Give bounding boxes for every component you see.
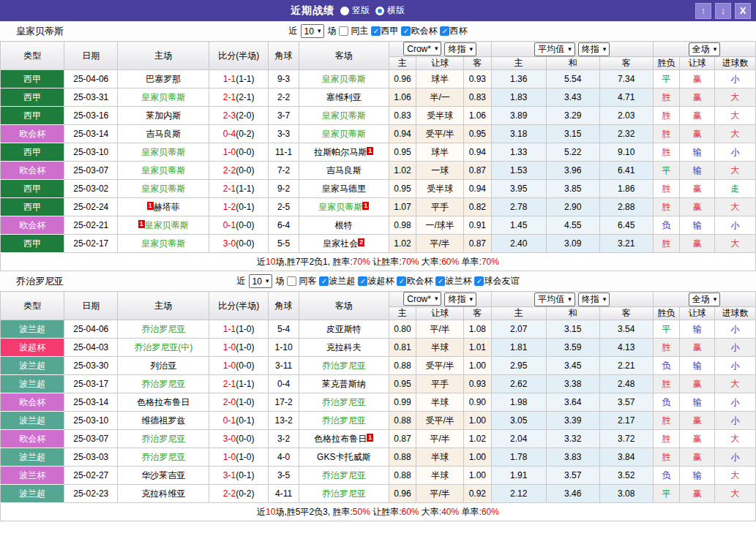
- odds-company-select[interactable]: Crow*▾: [403, 292, 441, 306]
- average-source-select[interactable]: 平均值▾: [534, 292, 575, 306]
- full-time-score: 3-0: [223, 434, 236, 444]
- section-controls: 皇家贝蒂斯 近 10▾ 场 同主✓西甲✓欧会杯✓西杯: [0, 21, 756, 41]
- odds-selectors: Crow*▾终指▾: [389, 42, 491, 57]
- result-cell: 负: [653, 357, 680, 375]
- half-time-score: (0-1): [236, 415, 254, 426]
- filter-checkbox-league-2[interactable]: ✓西杯: [440, 25, 467, 37]
- average-odds-cell: 3.08: [599, 485, 653, 503]
- chevron-down-icon: ▾: [266, 278, 269, 284]
- average-selectors: 平均值▾终指▾: [491, 42, 653, 57]
- average-odds-cell: 4.13: [599, 339, 653, 357]
- half-time-score: (0-0): [236, 434, 254, 444]
- radio-option-vertical[interactable]: 竖版: [340, 4, 370, 17]
- recent-count-select[interactable]: 10▾: [301, 24, 325, 38]
- average-odds-cell: 3.46: [546, 485, 599, 503]
- corners-cell: 3-2: [269, 430, 299, 448]
- handicap-odds-cell: 半球: [416, 448, 464, 467]
- recent-count-select-value: 10: [252, 276, 262, 287]
- average-odds-cell: 3.43: [546, 88, 599, 107]
- away-team: 皇家贝蒂斯: [299, 70, 389, 88]
- half-time-score: (0-2): [236, 129, 254, 139]
- home-team: 维德祖罗兹: [118, 412, 209, 430]
- league-badge: 西甲: [1, 143, 64, 162]
- checkbox-checked-icon: ✓: [397, 276, 406, 286]
- average-odds-cell: 2.90: [546, 198, 599, 216]
- filter-checkbox-same[interactable]: 同客: [287, 275, 316, 287]
- filter-checkbox-league-0[interactable]: ✓西甲: [371, 25, 398, 37]
- match-date: 25-02-17: [64, 235, 118, 253]
- summary-part: 让胜率:: [370, 507, 402, 517]
- filter-checkbox-same[interactable]: 同主: [339, 25, 368, 37]
- close-button[interactable]: X: [735, 3, 751, 19]
- average-time-select[interactable]: 终指▾: [578, 42, 610, 56]
- average-odds-cell: 3.72: [599, 430, 653, 448]
- result-cell: 胜: [653, 375, 680, 393]
- scope-select[interactable]: 全场▾: [689, 292, 721, 306]
- results-table: 类型日期主场比分(半场)角球客场 Crow*▾终指▾ 平均值▾终指▾ 全场▾ 主…: [0, 291, 756, 521]
- filter-checkbox-league-0[interactable]: ✓波兰超: [319, 275, 355, 287]
- column-subheader: 和: [546, 57, 599, 70]
- league-badge: 波兰超: [1, 448, 64, 467]
- filter-checkbox-league-2[interactable]: ✓欧会杯: [397, 275, 433, 287]
- half-time-score: (0-0): [236, 361, 254, 371]
- odds-time-select[interactable]: 终指▾: [444, 292, 476, 306]
- average-odds-cell: 3.18: [491, 125, 546, 143]
- match-date: 25-03-07: [64, 430, 118, 448]
- filter-checkbox-league-1[interactable]: ✓欧会杯: [401, 25, 437, 37]
- recent-count-select[interactable]: 10▾: [249, 274, 273, 288]
- average-odds-cell: 3.96: [546, 162, 599, 180]
- handicap-odds-cell: 0.95: [389, 375, 416, 393]
- handicap-odds-cell: 0.98: [389, 216, 416, 235]
- handicap-odds-cell: 0.90: [464, 393, 492, 412]
- full-time-score: 2-1: [223, 379, 236, 389]
- match-date: 25-02-27: [64, 467, 118, 485]
- radio-option-horizontal[interactable]: 横版: [375, 4, 405, 17]
- average-odds-cell: 1.91: [491, 467, 546, 485]
- home-team: 皇家贝蒂斯: [118, 143, 209, 162]
- average-odds-cell: 4.71: [599, 88, 653, 107]
- result-cell: 输: [680, 357, 715, 375]
- handicap-odds-cell: 1.06: [389, 88, 416, 107]
- handicap-odds-cell: 0.99: [389, 393, 416, 412]
- corners-cell: 1-10: [269, 339, 299, 357]
- average-odds-cell: 3.59: [546, 339, 599, 357]
- away-team: 乔治罗尼亚: [299, 393, 389, 412]
- match-row: 欧会杯25-03-07乔治罗尼亚3-0(0-0)3-2色格拉布鲁日10.87平/…: [1, 430, 756, 448]
- handicap-odds-cell: 1.00: [464, 448, 492, 467]
- sections-root: 皇家贝蒂斯 近 10▾ 场 同主✓西甲✓欧会杯✓西杯 类型日期主场比分(半场)角…: [0, 21, 756, 521]
- filter-checkbox-league-3[interactable]: ✓波兰杯: [435, 275, 471, 287]
- filter-league-label: 波兰杯: [445, 275, 471, 287]
- column-header: 角球: [269, 42, 299, 70]
- away-team: 皇家贝蒂斯: [299, 125, 389, 143]
- summary-text: 近10场,胜7平2负1, 胜率:70% 让胜率:70% 大率:60% 单率:70…: [1, 253, 756, 271]
- chevron-down-icon: ▾: [603, 296, 607, 303]
- average-source-select[interactable]: 平均值▾: [534, 42, 575, 56]
- red-card-badge: 2: [358, 238, 364, 246]
- result-cell: 输: [680, 162, 715, 180]
- move-down-button[interactable]: ↓: [715, 3, 731, 19]
- odds-company-select[interactable]: Crow*▾: [403, 42, 441, 56]
- odds-time-select[interactable]: 终指▾: [444, 42, 476, 56]
- checkbox-checked-icon: ✓: [435, 276, 445, 286]
- column-subheader: 让球: [416, 57, 464, 70]
- handicap-odds-cell: 0.95: [464, 125, 492, 143]
- average-time-select[interactable]: 终指▾: [578, 292, 610, 306]
- column-subheader: 和: [546, 307, 599, 320]
- result-cell: 胜: [653, 430, 680, 448]
- average-odds-cell: 5.22: [546, 143, 599, 162]
- away-team: 塞维利亚: [299, 88, 389, 107]
- filter-checkbox-league-4[interactable]: ✓球会友谊: [474, 275, 519, 287]
- filter-checkbox-league-1[interactable]: ✓波超杯: [358, 275, 394, 287]
- selector-row: 类型日期主场比分(半场)角球客场 Crow*▾终指▾ 平均值▾终指▾ 全场▾: [1, 42, 756, 57]
- full-time-score: 2-1: [223, 92, 236, 102]
- home-team: 莱加内斯: [118, 107, 209, 125]
- handicap-odds-cell: 0.88: [389, 357, 416, 375]
- result-cell: 小: [715, 320, 756, 339]
- match-row: 波兰超25-04-06乔治罗尼亚1-1(1-0)5-4皮亚斯特0.80平/半1.…: [1, 320, 756, 339]
- filter-league-label: 球会友谊: [484, 275, 519, 287]
- scope-select[interactable]: 全场▾: [689, 42, 721, 56]
- score-cell: 3-0(0-0): [209, 430, 269, 448]
- move-up-button[interactable]: ↑: [695, 3, 711, 19]
- match-date: 25-03-14: [64, 393, 118, 412]
- match-row: 波兰超25-03-03乔治罗尼亚1-0(1-0)4-0GKS卡托威斯0.88半球…: [1, 448, 756, 467]
